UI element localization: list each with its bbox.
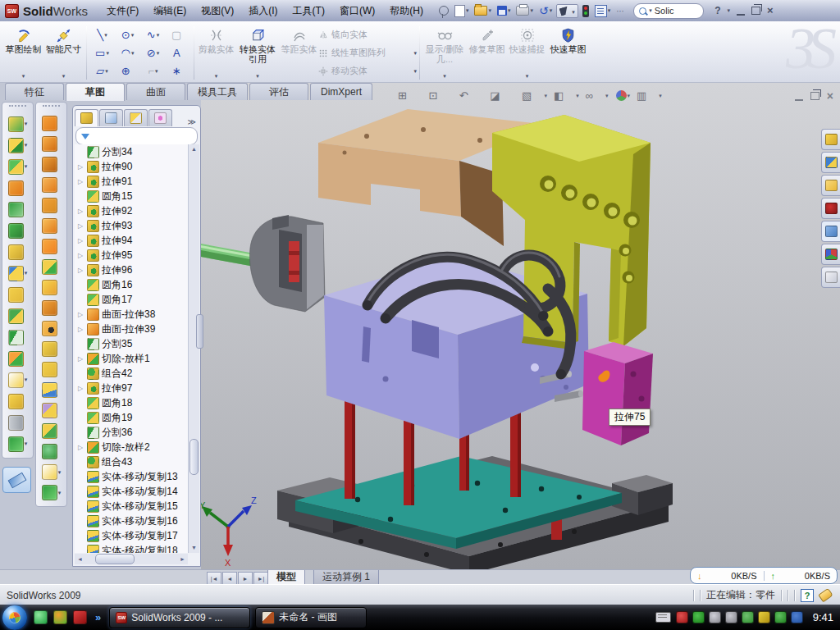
panel-splitter[interactable] — [196, 314, 203, 349]
tree-item[interactable]: 组合43 — [75, 454, 188, 469]
model-tab[interactable]: 模型 — [267, 570, 305, 585]
convert-entities-button[interactable]: 转换实体引用 ▾ — [235, 24, 280, 82]
trimmed-surface-icon[interactable] — [42, 157, 57, 172]
planar-surface-icon[interactable] — [42, 239, 57, 254]
tags-icon[interactable] — [818, 588, 833, 603]
ellipse-icon[interactable]: ⊘ ▾ — [140, 44, 166, 62]
doc-close-button[interactable]: × — [827, 89, 833, 103]
sketch-button[interactable]: 草图绘制 ▾ — [3, 24, 43, 82]
boundary-boss-icon[interactable] — [8, 223, 24, 239]
previous-view-icon[interactable]: ↶ ▾ — [458, 89, 485, 103]
scroll-right-icon[interactable]: ► — [177, 556, 188, 562]
view-palette-icon[interactable] — [821, 221, 840, 242]
expand-arrow-icon[interactable] — [78, 311, 84, 318]
expand-arrow-icon[interactable] — [78, 385, 84, 392]
launcher-icon[interactable] — [53, 610, 67, 624]
antivirus-shield-icon[interactable] — [692, 611, 705, 623]
surface-sparkle-icon[interactable] — [42, 464, 57, 480]
ribbon-tab[interactable]: DimXpert — [310, 83, 372, 100]
expand-arrow-icon[interactable] — [78, 444, 84, 451]
expand-arrow-icon[interactable] — [78, 267, 84, 274]
extended-surface-icon[interactable] — [42, 198, 57, 213]
select-tool-button[interactable]: ▾ — [556, 4, 578, 18]
expand-arrow-icon[interactable] — [78, 163, 84, 171]
tree-item[interactable]: 拉伸90 — [75, 159, 188, 174]
tree-tabs-overflow-icon[interactable]: ≫ — [185, 117, 199, 126]
tree-item[interactable]: 圆角19 — [75, 410, 188, 425]
doc-restore-button[interactable] — [810, 92, 819, 100]
expand-arrow-icon[interactable] — [78, 326, 84, 333]
custom-properties-icon[interactable] — [821, 267, 840, 288]
options-button[interactable]: ▾ — [593, 3, 613, 18]
tree-item[interactable]: 组合42 — [75, 366, 188, 381]
expand-arrow-icon[interactable] — [78, 178, 84, 185]
open-button[interactable]: ▾ — [472, 3, 493, 18]
close-button[interactable]: × — [767, 7, 774, 15]
taskbar-button-solidworks[interactable]: SW SolidWorks 2009 - ... — [109, 607, 250, 628]
fillet-icon[interactable] — [8, 159, 24, 175]
shut-off-surface-icon[interactable] — [42, 382, 57, 398]
taskbar-clock[interactable]: 9:41 — [813, 611, 833, 623]
scroll-thumb[interactable] — [95, 554, 135, 564]
rebuild-button[interactable] — [581, 3, 591, 18]
rectangle-icon[interactable]: ▭ ▾ — [89, 44, 115, 62]
section-view-icon[interactable]: ◪ ▾ — [488, 89, 517, 103]
delete-face-icon[interactable] — [42, 321, 57, 336]
first-tab-button[interactable]: |◄ — [207, 572, 221, 585]
expand-arrow-icon[interactable] — [78, 252, 84, 259]
tree-item[interactable]: 实体-移动/复制15 — [75, 499, 188, 514]
last-tab-button[interactable]: ►| — [253, 572, 268, 585]
featuremanager-tab[interactable] — [75, 109, 98, 126]
tooling-split-icon[interactable] — [42, 423, 57, 439]
security-alert-icon[interactable] — [676, 611, 688, 623]
file-explorer-icon[interactable] — [821, 175, 840, 196]
menu-item[interactable]: 插入(I) — [241, 0, 285, 21]
knit-surface-icon[interactable] — [42, 280, 57, 295]
sketch-fillet-icon[interactable]: ⌐ ▾ — [140, 62, 166, 80]
tree-item[interactable]: 拉伸94 — [75, 233, 188, 248]
doc-minimize-button[interactable] — [795, 91, 803, 101]
ribbon-tab[interactable]: 曲面 — [126, 83, 185, 100]
configurationmanager-tab[interactable] — [124, 109, 148, 126]
curve-icon[interactable] — [8, 436, 24, 452]
sw-search-icon[interactable] — [821, 198, 840, 219]
tree-item[interactable]: 切除-放样2 — [75, 440, 188, 454]
pin-icon[interactable] — [437, 3, 450, 18]
shell-icon[interactable] — [8, 244, 24, 260]
toolbar-grip[interactable] — [9, 105, 26, 111]
solidworks-quicklaunch-icon[interactable] — [73, 610, 87, 624]
move-copy-body-icon[interactable] — [8, 351, 24, 367]
volume-icon[interactable] — [725, 611, 737, 623]
undo-button[interactable]: ↺▾ — [537, 3, 554, 18]
hide-show-items-icon[interactable]: ∞ ▾ — [584, 89, 610, 103]
point-icon[interactable]: ∗ ▾ — [166, 62, 191, 80]
extruded-boss-icon[interactable] — [8, 116, 24, 132]
scene-icon[interactable]: ▥ ▾ — [635, 89, 664, 103]
toolbar-overflow-icon[interactable]: ⋯ — [614, 3, 626, 18]
tree-item[interactable]: 拉伸96 — [75, 262, 188, 277]
ruled-surface-icon[interactable] — [42, 177, 57, 193]
linear-pattern-icon[interactable] — [8, 266, 24, 281]
search-input[interactable]: Solic — [655, 6, 674, 16]
tree-item[interactable]: 拉伸95 — [75, 248, 188, 262]
parting-line-icon[interactable] — [42, 362, 57, 377]
toolbar-grip[interactable] — [43, 105, 60, 111]
update-icon[interactable] — [709, 611, 721, 623]
scroll-down-icon[interactable]: ▼ — [189, 543, 199, 553]
network-warning-icon[interactable] — [758, 611, 770, 623]
expand-arrow-icon[interactable] — [78, 355, 84, 363]
search-box[interactable]: ▾ Solic — [633, 3, 704, 19]
reference-plane-icon[interactable] — [8, 394, 24, 409]
tree-item[interactable]: 切除-放样1 — [75, 351, 188, 366]
print-button[interactable]: ▾ — [514, 3, 535, 18]
tree-item[interactable]: 曲面-拉伸38 — [75, 307, 188, 322]
expand-arrow-icon[interactable] — [78, 222, 84, 230]
tree-item[interactable]: 拉伸97 — [75, 381, 188, 395]
tree-item[interactable]: 圆角17 — [75, 292, 188, 307]
line-icon[interactable]: ╲ ▾ — [89, 26, 115, 44]
slot-icon[interactable]: ▱ ▾ — [89, 62, 115, 80]
tree-item[interactable]: 分割35 — [75, 336, 188, 351]
tree-item[interactable]: 实体-移动/复制14 — [75, 484, 188, 499]
reference-axis-icon[interactable] — [8, 415, 24, 431]
core-icon[interactable] — [42, 444, 57, 459]
